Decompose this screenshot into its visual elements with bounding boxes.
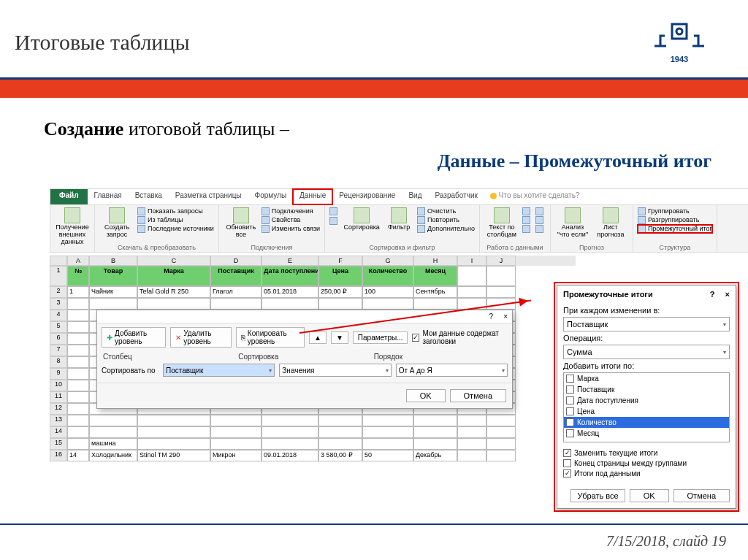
- row-header[interactable]: 5: [50, 321, 67, 333]
- column-header[interactable]: H: [413, 256, 457, 266]
- properties-button[interactable]: Свойства: [262, 216, 320, 224]
- cell[interactable]: [89, 415, 137, 426]
- cell[interactable]: [67, 415, 89, 426]
- row-header[interactable]: 14: [50, 426, 67, 438]
- show-queries-button[interactable]: Показать запросы: [137, 207, 214, 215]
- subtotal-field-item[interactable]: Месяц: [564, 428, 729, 439]
- from-table-button[interactable]: Из таблицы: [137, 216, 214, 224]
- cell[interactable]: 100: [362, 286, 413, 298]
- get-external-data-button[interactable]: Получение внешних данных: [55, 207, 90, 246]
- tab-review[interactable]: Рецензирование: [332, 189, 402, 204]
- dialog-close-icon[interactable]: ×: [725, 290, 730, 299]
- delete-level-button[interactable]: ✕Удалить уровень: [170, 327, 232, 348]
- cell[interactable]: Количество: [362, 266, 413, 286]
- move-down-button[interactable]: ▼: [331, 331, 348, 344]
- cell[interactable]: [486, 286, 516, 298]
- cell[interactable]: [67, 345, 89, 356]
- cell[interactable]: [262, 415, 318, 426]
- cell[interactable]: [457, 415, 486, 426]
- cell[interactable]: 1: [67, 286, 89, 298]
- cell[interactable]: [67, 403, 89, 415]
- row-header[interactable]: 12: [50, 403, 67, 415]
- cell[interactable]: [413, 298, 457, 310]
- tab-layout[interactable]: Разметка страницы: [169, 189, 248, 204]
- cell[interactable]: [67, 298, 89, 310]
- tab-view[interactable]: Вид: [402, 189, 428, 204]
- cell[interactable]: 250,00 ₽: [318, 286, 362, 298]
- cell[interactable]: [89, 298, 137, 310]
- sort-order-select[interactable]: От А до Я▾: [396, 364, 508, 377]
- field-checkbox[interactable]: [566, 407, 574, 415]
- row-header[interactable]: 9: [50, 368, 67, 380]
- tab-data[interactable]: Данные: [293, 189, 332, 204]
- field-checkbox[interactable]: [566, 396, 574, 404]
- cell[interactable]: [457, 286, 486, 298]
- replace-checkbox[interactable]: ✓: [563, 449, 571, 457]
- cell[interactable]: [67, 356, 89, 368]
- dialog-help-icon[interactable]: ?: [489, 312, 494, 321]
- column-header[interactable]: F: [318, 256, 362, 266]
- cell[interactable]: [262, 298, 318, 310]
- column-header[interactable]: B: [89, 256, 137, 266]
- column-header[interactable]: A: [67, 256, 89, 266]
- advanced-filter-button[interactable]: Дополнительно: [417, 225, 475, 233]
- row-header[interactable]: 3: [50, 298, 67, 310]
- data-tool-icon[interactable]: [522, 216, 530, 224]
- cell[interactable]: [262, 426, 318, 438]
- cell[interactable]: Марка: [137, 266, 210, 286]
- tell-me-search[interactable]: Что вы хотите сделать?: [484, 189, 586, 204]
- data-tool-icon[interactable]: [535, 225, 543, 233]
- function-select[interactable]: Сумма▾: [563, 345, 730, 359]
- copy-level-button[interactable]: ⎘Копировать уровень: [236, 327, 305, 348]
- subtotal-field-item[interactable]: Дата поступления: [564, 395, 729, 406]
- tab-home[interactable]: Главная: [88, 189, 129, 204]
- cell[interactable]: [210, 426, 262, 438]
- column-header[interactable]: J: [486, 256, 516, 266]
- cell[interactable]: Цена: [318, 266, 362, 286]
- tab-insert[interactable]: Вставка: [129, 189, 169, 204]
- cell[interactable]: 14: [67, 450, 89, 461]
- row-header[interactable]: 2: [50, 286, 67, 298]
- row-header[interactable]: 16: [50, 450, 67, 461]
- column-header[interactable]: D: [210, 256, 262, 266]
- field-checkbox[interactable]: ✓: [566, 418, 574, 426]
- sort-ok-button[interactable]: OK: [406, 389, 446, 402]
- column-header[interactable]: E: [262, 256, 318, 266]
- cell[interactable]: Микрон: [210, 450, 262, 461]
- cell[interactable]: [318, 438, 362, 450]
- cell[interactable]: [210, 298, 262, 310]
- cell[interactable]: [362, 415, 413, 426]
- column-header[interactable]: [50, 256, 67, 266]
- cell[interactable]: [67, 321, 89, 333]
- cell[interactable]: [137, 426, 210, 438]
- cell[interactable]: [137, 298, 210, 310]
- whatif-button[interactable]: Анализ "что если": [555, 207, 590, 239]
- cell[interactable]: [457, 266, 486, 286]
- cell[interactable]: Поставщик: [210, 266, 262, 286]
- cell[interactable]: [362, 438, 413, 450]
- cell[interactable]: [67, 380, 89, 391]
- cell[interactable]: Tefal Gold R 250: [137, 286, 210, 298]
- cell[interactable]: 3 580,00 ₽: [318, 450, 362, 461]
- subtotal-button[interactable]: Промежуточный итог: [638, 225, 712, 233]
- group-rows-button[interactable]: Группировать: [638, 207, 712, 215]
- cell[interactable]: 05.01.2018: [262, 286, 318, 298]
- text-to-columns-button[interactable]: Текст по столбцам: [484, 207, 519, 239]
- cell[interactable]: [67, 426, 89, 438]
- subtotal-field-item[interactable]: Цена: [564, 406, 729, 417]
- sort-desc-button[interactable]: [329, 217, 337, 225]
- cell[interactable]: Товар: [89, 266, 137, 286]
- cell[interactable]: [318, 426, 362, 438]
- column-header[interactable]: I: [457, 256, 486, 266]
- add-level-button[interactable]: ✚Добавить уровень: [102, 327, 166, 348]
- subtotal-ok-button[interactable]: OK: [630, 489, 669, 502]
- dialog-help-icon[interactable]: ?: [710, 290, 715, 299]
- cell[interactable]: [413, 415, 457, 426]
- headers-checkbox[interactable]: ✓: [412, 334, 419, 342]
- cell[interactable]: 50: [362, 450, 413, 461]
- sort-cancel-button[interactable]: Отмена: [450, 389, 506, 402]
- cell[interactable]: Сентябрь: [413, 286, 457, 298]
- new-query-button[interactable]: Создать запрос: [99, 207, 134, 239]
- page-break-checkbox[interactable]: [563, 459, 571, 467]
- sort-button[interactable]: Сортировка: [343, 207, 381, 231]
